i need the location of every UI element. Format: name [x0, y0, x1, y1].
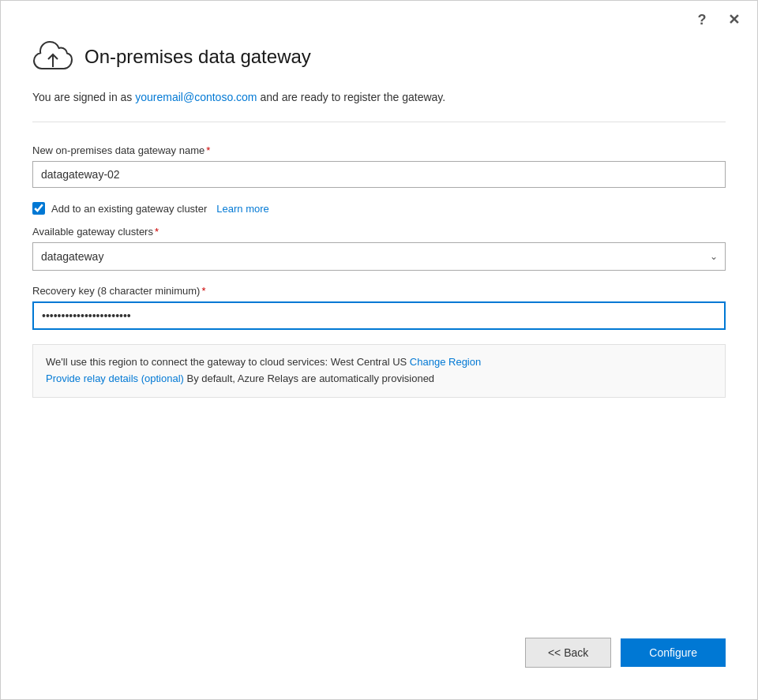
- dialog-top-bar: ? ✕: [1, 1, 757, 39]
- dialog-container: ? ✕ On-premises data gateway You are sig…: [0, 0, 758, 700]
- signed-in-prefix: You are signed in as: [32, 91, 135, 103]
- checkbox-label[interactable]: Add to an existing gateway cluster: [51, 203, 207, 215]
- recovery-key-label: Recovery key (8 character minimum)*: [32, 285, 726, 297]
- change-region-link[interactable]: Change Region: [410, 356, 481, 368]
- configure-button[interactable]: Configure: [621, 638, 726, 667]
- add-to-cluster-checkbox[interactable]: [32, 202, 45, 215]
- dialog-footer: << Back Configure: [1, 622, 757, 699]
- region-info-line: We'll use this region to connect the gat…: [46, 354, 712, 371]
- recovery-key-group: Recovery key (8 character minimum)*: [32, 285, 726, 330]
- info-box: We'll use this region to connect the gat…: [32, 344, 726, 398]
- dialog-content: On-premises data gateway You are signed …: [1, 39, 757, 622]
- back-button[interactable]: << Back: [525, 638, 611, 668]
- signed-in-suffix: and are ready to register the gateway.: [257, 91, 446, 103]
- cluster-label: Available gateway clusters*: [32, 226, 726, 238]
- cluster-required-star: *: [155, 226, 159, 238]
- relay-details-suffix: By default, Azure Relays are automatical…: [184, 372, 434, 384]
- recovery-key-input[interactable]: [32, 301, 726, 330]
- gateway-name-required-star: *: [206, 144, 210, 156]
- cluster-select[interactable]: datagateway: [32, 242, 726, 271]
- signed-in-email: youremail@contoso.com: [135, 91, 257, 103]
- dialog-title: On-premises data gateway: [84, 46, 311, 68]
- learn-more-link[interactable]: Learn more: [216, 203, 268, 215]
- signed-in-message: You are signed in as youremail@contoso.c…: [32, 89, 726, 106]
- relay-details-link[interactable]: Provide relay details (optional): [46, 372, 184, 384]
- close-button[interactable]: ✕: [722, 9, 745, 31]
- cluster-select-wrapper: datagateway ⌄: [32, 242, 726, 271]
- gateway-name-label: New on-premises data gateway name*: [32, 144, 726, 156]
- relay-details-line: Provide relay details (optional) By defa…: [46, 371, 712, 387]
- gateway-name-group: New on-premises data gateway name*: [32, 144, 726, 188]
- recovery-key-required-star: *: [201, 285, 205, 297]
- checkbox-row: Add to an existing gateway cluster Learn…: [32, 202, 726, 215]
- dialog-header: On-premises data gateway: [32, 39, 726, 75]
- region-info-text: We'll use this region to connect the gat…: [46, 356, 407, 368]
- cloud-upload-icon: [32, 39, 73, 75]
- section-divider: [32, 122, 726, 122]
- gateway-name-input[interactable]: [32, 161, 726, 188]
- cluster-group: Available gateway clusters* datagateway …: [32, 226, 726, 271]
- help-button[interactable]: ?: [691, 9, 713, 31]
